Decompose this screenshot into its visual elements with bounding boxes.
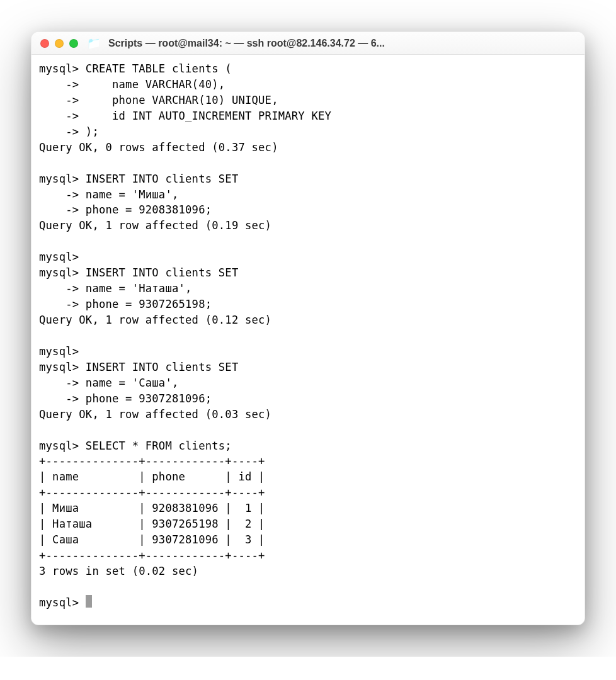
- cursor: [86, 595, 92, 608]
- close-button[interactable]: [40, 39, 49, 48]
- window-titlebar[interactable]: 📁 Scripts — root@mail34: ~ — ssh root@82…: [31, 32, 585, 55]
- zoom-button[interactable]: [69, 39, 78, 48]
- terminal-content[interactable]: mysql> CREATE TABLE clients ( -> name VA…: [31, 55, 585, 625]
- traffic-lights: [40, 39, 78, 48]
- terminal-window: 📁 Scripts — root@mail34: ~ — ssh root@82…: [31, 31, 585, 625]
- window-title: Scripts — root@mail34: ~ — ssh root@82.1…: [108, 38, 576, 49]
- minimize-button[interactable]: [55, 39, 64, 48]
- folder-icon: 📁: [87, 37, 101, 50]
